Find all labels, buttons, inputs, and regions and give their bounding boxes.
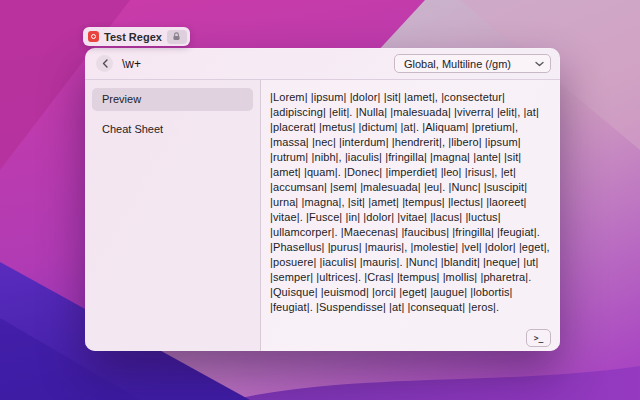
lock-icon xyxy=(172,32,181,41)
regex-flags-value: Global, Multiline (/gm) xyxy=(404,58,535,70)
regex-flags-dropdown[interactable]: Global, Multiline (/gm) xyxy=(394,54,551,73)
window-body: Preview Cheat Sheet |Lorem| |ipsum| |dol… xyxy=(85,80,560,351)
chevron-left-icon xyxy=(102,59,108,68)
tab-title: Test Regex xyxy=(104,31,162,43)
lock-button[interactable] xyxy=(167,30,187,44)
sidebar: Preview Cheat Sheet xyxy=(85,80,261,351)
app-record-icon xyxy=(88,31,99,42)
terminal-button[interactable]: >_ xyxy=(526,329,551,347)
app-window: \w+ Global, Multiline (/gm) Preview Chea… xyxy=(85,48,560,351)
document-tab[interactable]: Test Regex xyxy=(83,27,190,46)
back-button[interactable] xyxy=(96,55,113,72)
match-preview-text: |Lorem| |ipsum| |dolor| |sit| |amet|, |c… xyxy=(261,80,560,351)
chevron-down-icon xyxy=(535,61,544,67)
sidebar-item-cheat-sheet[interactable]: Cheat Sheet xyxy=(92,118,253,141)
toolbar: \w+ Global, Multiline (/gm) xyxy=(85,48,560,79)
terminal-prompt-icon: >_ xyxy=(534,334,544,343)
regex-pattern-input[interactable]: \w+ xyxy=(122,57,141,71)
sidebar-item-preview[interactable]: Preview xyxy=(92,88,253,111)
